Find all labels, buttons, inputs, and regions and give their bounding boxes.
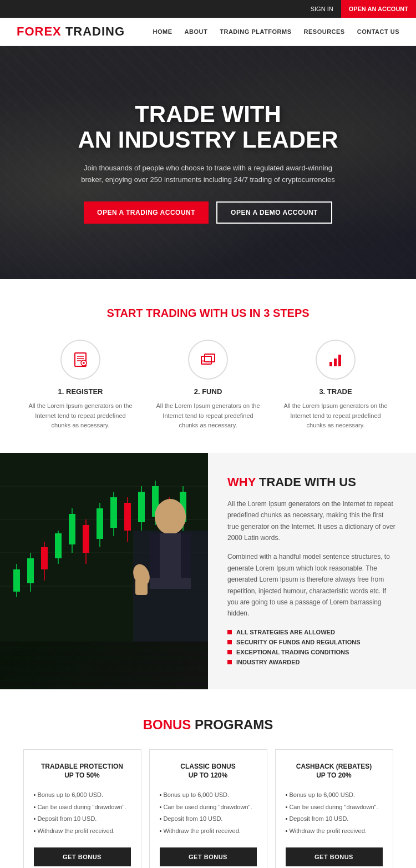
step-fund-icon-circle (188, 340, 228, 380)
why-list-item: INDUSTRY AWARDED (227, 657, 397, 667)
why-list-item: SECURITY OF FUNDS AND REGULATIONS (227, 637, 397, 647)
svg-rect-36 (124, 503, 131, 531)
why-image (0, 453, 208, 689)
bonus-card-title: CLASSIC BONUSUP TO 120% (180, 762, 235, 781)
bonus-card-list: Bonus up to 6,000 USD. Can be used durin… (160, 789, 257, 837)
bonus-get-button-3[interactable]: GET BONUS (286, 847, 383, 866)
bullet-icon (227, 660, 232, 664)
svg-rect-49 (181, 533, 191, 578)
step-fund: 2. FUND All the Lorem Ipsum generators o… (155, 340, 261, 431)
bonus-list-item: Withdraw the profit received. (286, 825, 383, 837)
svg-rect-22 (27, 558, 34, 583)
why-title: WHY TRADE WITH US (227, 475, 397, 489)
steps-section: START TRADING WITH US IN 3 STEPS 1. REGI… (0, 279, 416, 453)
why-list-item: EXCEPTIONAL TRADING CONDITIONS (227, 647, 397, 657)
hero-content: TRADE WITH AN INDUSTRY LEADER Join thous… (42, 102, 374, 224)
bonus-list-item: Can be used during "drawdown". (160, 801, 257, 814)
bonus-card-list: Bonus up to 6,000 USD. Can be used durin… (286, 789, 383, 837)
nav-home[interactable]: HOME (153, 28, 173, 35)
top-bar: SIGN IN OPEN AN ACCOUNT (0, 0, 416, 18)
main-nav: HOME ABOUT TRADING PLATFORMS RESOURCES C… (153, 28, 399, 35)
bonus-grid: TRADABLE PROTECTIONUP TO 50% Bonus up to… (17, 749, 399, 868)
fund-icon (199, 351, 217, 369)
svg-rect-11 (329, 362, 332, 366)
bonus-list-item: Deposit from 10 USD. (160, 813, 257, 825)
bullet-icon (227, 630, 232, 634)
svg-rect-12 (334, 359, 337, 366)
nav-contact-us[interactable]: CONTACT US (357, 28, 399, 35)
why-content: WHY TRADE WITH US All the Lorem Ipsum ge… (208, 453, 416, 689)
svg-rect-32 (97, 508, 103, 539)
bonus-card-protection: TRADABLE PROTECTIONUP TO 50% Bonus up to… (23, 749, 141, 868)
bonus-card-list: Bonus up to 6,000 USD. Can be used durin… (34, 789, 131, 837)
why-section: WHY TRADE WITH US All the Lorem Ipsum ge… (0, 453, 416, 689)
bonus-title: BONUS PROGRAMS (17, 717, 399, 733)
bonus-section: BONUS PROGRAMS TRADABLE PROTECTIONUP TO … (0, 689, 416, 868)
hero-demo-account-button[interactable]: OPEN A DEMO ACCOUNT (216, 201, 332, 224)
svg-rect-20 (13, 569, 20, 592)
nav-resources[interactable]: RESOURCES (304, 28, 345, 35)
bonus-card-title: CASHBACK (REBATES)UP TO 20% (296, 762, 372, 781)
steps-title: START TRADING WITH US IN 3 STEPS (17, 307, 399, 320)
bonus-list-item: Can be used during "drawdown". (286, 801, 383, 814)
svg-rect-51 (135, 579, 148, 595)
bonus-card-classic: CLASSIC BONUSUP TO 120% Bonus up to 6,00… (149, 749, 267, 868)
step-trade-icon-circle (316, 340, 356, 380)
bullet-icon (227, 640, 232, 644)
step-fund-label: 2. FUND (194, 387, 222, 396)
logo[interactable]: FOREX TRADING (17, 24, 125, 39)
signin-button[interactable]: SIGN IN (303, 0, 341, 18)
bonus-list-item: Deposit from 10 USD. (286, 813, 383, 825)
bonus-list-item: Bonus up to 6,000 USD. (160, 789, 257, 801)
logo-forex: FOREX (17, 24, 62, 38)
svg-rect-34 (110, 497, 117, 528)
svg-rect-24 (41, 547, 48, 569)
step-trade-label: 3. TRADE (319, 387, 352, 396)
header: FOREX TRADING HOME ABOUT TRADING PLATFOR… (0, 18, 416, 46)
logo-trading: TRADING (62, 24, 125, 38)
trade-icon (327, 351, 344, 369)
register-icon (72, 351, 89, 369)
svg-rect-38 (138, 492, 145, 522)
candlestick-chart (0, 453, 208, 642)
bullet-icon (227, 650, 232, 654)
nav-about[interactable]: ABOUT (185, 28, 208, 35)
bonus-list-item: Deposit from 10 USD. (34, 813, 131, 825)
step-register-label: 1. REGISTER (58, 387, 103, 396)
bonus-list-item: Withdraw the profit received. (34, 825, 131, 837)
hero-buttons: OPEN A TRADING ACCOUNT OPEN A DEMO ACCOU… (75, 201, 341, 224)
step-register-icon-circle (60, 340, 100, 380)
bonus-list-item: Bonus up to 6,000 USD. (34, 789, 131, 801)
svg-rect-30 (83, 525, 89, 553)
bonus-list-item: Withdraw the profit received. (160, 825, 257, 837)
why-list-item: ALL STRATEGIES ARE ALLOWED (227, 627, 397, 637)
svg-rect-28 (69, 514, 75, 544)
bonus-get-button-1[interactable]: GET BONUS (34, 847, 131, 866)
step-register-desc: All the Lorem Ipsum generators on the In… (28, 401, 133, 431)
why-list: ALL STRATEGIES ARE ALLOWED SECURITY OF F… (227, 627, 397, 667)
open-account-topbar-button[interactable]: OPEN AN ACCOUNT (341, 0, 416, 18)
svg-rect-13 (338, 355, 341, 366)
steps-grid: 1. REGISTER All the Lorem Ipsum generato… (17, 340, 399, 431)
bonus-card-title: TRADABLE PROTECTIONUP TO 50% (41, 762, 123, 781)
hero-section: TRADE WITH AN INDUSTRY LEADER Join thous… (0, 46, 416, 279)
step-trade: 3. TRADE All the Lorem Ipsum generators … (283, 340, 388, 431)
why-para2: Combined with a handful model sentence s… (227, 551, 397, 619)
hero-subtitle: Join thousands of people who choose to t… (75, 163, 341, 186)
svg-rect-26 (55, 533, 62, 558)
svg-rect-48 (150, 533, 160, 578)
step-register: 1. REGISTER All the Lorem Ipsum generato… (28, 340, 133, 431)
hero-trading-account-button[interactable]: OPEN A TRADING ACCOUNT (84, 201, 209, 224)
why-para1: All the Lorem Ipsum generators on the In… (227, 498, 397, 544)
step-trade-desc: All the Lorem Ipsum generators on the In… (283, 401, 388, 431)
svg-point-46 (155, 499, 186, 534)
bonus-list-item: Can be used during "drawdown". (34, 801, 131, 814)
bonus-get-button-2[interactable]: GET BONUS (160, 847, 257, 866)
nav-trading-platforms[interactable]: TRADING PLATFORMS (220, 28, 291, 35)
bonus-card-cashback: CASHBACK (REBATES)UP TO 20% Bonus up to … (275, 749, 393, 868)
svg-rect-8 (205, 354, 215, 362)
hero-title: TRADE WITH AN INDUSTRY LEADER (75, 102, 341, 153)
step-fund-desc: All the Lorem Ipsum generators on the In… (155, 401, 261, 431)
bonus-list-item: Bonus up to 6,000 USD. (286, 789, 383, 801)
